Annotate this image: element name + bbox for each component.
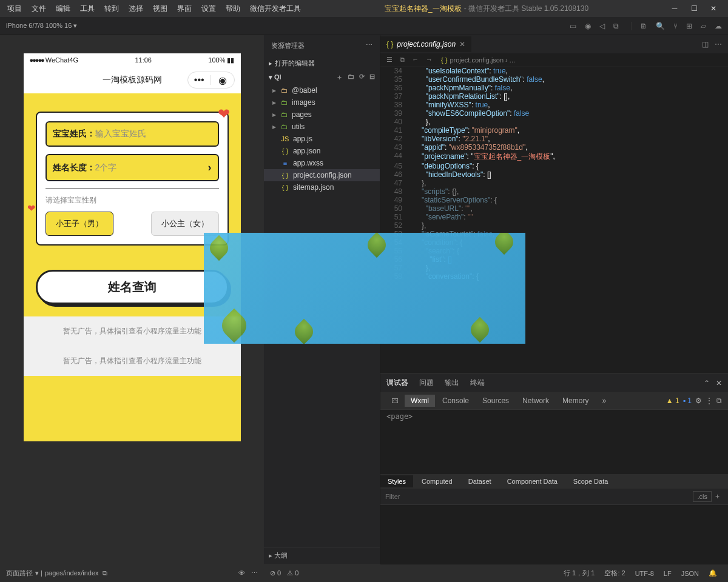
filter-input[interactable] [385, 493, 693, 500]
split-icon[interactable]: ◫ [702, 40, 709, 48]
chevron-up-icon[interactable]: ⌃ [704, 379, 710, 387]
search-icon[interactable]: 🔍 [656, 22, 665, 30]
more-icon[interactable]: ⋯ [245, 569, 258, 577]
dt-tab-输出[interactable]: 输出 [445, 376, 459, 390]
eye-icon[interactable]: 👁 [238, 569, 245, 577]
branch-icon[interactable]: ⑂ [673, 22, 678, 30]
add-icon[interactable]: + [712, 492, 723, 501]
new-file-icon[interactable]: ＋ [336, 73, 343, 82]
window-icon[interactable]: ⧉ [613, 22, 619, 30]
target-icon[interactable]: ◉ [211, 75, 234, 86]
open-editors-header[interactable]: ▸ 打开的编辑器 [264, 56, 380, 70]
nav-back-icon[interactable]: ← [412, 56, 419, 64]
menu-工具[interactable]: 工具 [75, 1, 99, 16]
menu-微信开发者工具[interactable]: 微信开发者工具 [245, 1, 306, 16]
menu-dots-icon[interactable]: ••• [188, 75, 211, 85]
gear-icon[interactable]: ⚙ [695, 396, 702, 405]
cloud-icon[interactable]: ☁ [715, 22, 722, 30]
style-tab-Dataset[interactable]: Dataset [461, 475, 499, 487]
bell-icon[interactable]: 🔔 [704, 569, 722, 577]
mute-icon[interactable]: ◁ [599, 22, 605, 30]
chevron-down-icon: ▾ [269, 73, 272, 81]
gender-hint: 请选择宝宝性别 [46, 195, 219, 206]
menu-帮助[interactable]: 帮助 [221, 1, 245, 16]
status-bar-row: 页面路径▾ | pages/index/index ⧉ 👁 ⋯ ⊘ 0 ⚠ 0 … [0, 564, 728, 582]
file-app.js[interactable]: JSapp.js [264, 133, 380, 145]
inspect-icon[interactable]: ⮹ [386, 395, 403, 407]
style-tab-Scope Data[interactable]: Scope Data [566, 475, 615, 487]
menu-项目[interactable]: 项目 [2, 1, 27, 16]
more-icon[interactable]: ⋯ [366, 41, 372, 50]
phone-icon[interactable]: ▭ [570, 22, 576, 30]
form-card: ❤ ❤ 宝宝姓氏： 输入宝宝姓氏 姓名长度： 2个字 › 请选择宝宝性别 小王子… [36, 112, 229, 246]
menu-界面[interactable]: 界面 [172, 1, 197, 16]
problems-status: ⊘ 0 ⚠ 0 [264, 564, 380, 582]
menu-视图[interactable]: 视图 [148, 1, 172, 16]
editor-tabs: { } project.config.json ✕ ◫ ⋯ [380, 35, 728, 53]
dt-subtab-Console[interactable]: Console [436, 395, 475, 407]
heart-icon: ❤ [218, 105, 232, 120]
more-icon[interactable]: ⋯ [715, 40, 722, 48]
breadcrumb: ☰ ⧉ ← → { } project.config.json › ... [380, 53, 728, 67]
file-images[interactable]: ▸ 🗀images [264, 96, 380, 109]
bookmark-icon[interactable]: ⧉ [400, 56, 405, 64]
menu-文件[interactable]: 文件 [27, 1, 51, 16]
collapse-icon[interactable]: ⊟ [369, 73, 375, 82]
wxml-tree[interactable]: <page> [380, 410, 728, 474]
file-pages[interactable]: ▸ 🗀pages [264, 109, 380, 121]
more-icon[interactable]: » [596, 395, 612, 407]
filter-bar: .cls + [380, 489, 728, 505]
record-icon[interactable]: ◉ [585, 22, 591, 30]
close-icon[interactable]: ✕ [706, 1, 721, 16]
dt-subtab-Network[interactable]: Network [516, 395, 555, 407]
file-utils[interactable]: ▸ 🗀utils [264, 121, 380, 133]
file-app.wxss[interactable]: ≡app.wxss [264, 157, 380, 169]
copy-icon[interactable]: ⧉ [99, 569, 107, 577]
ext-icon[interactable]: ⊞ [686, 22, 692, 30]
menu-选择[interactable]: 选择 [124, 1, 148, 16]
new-folder-icon[interactable]: 🗀 [348, 73, 354, 82]
length-field[interactable]: 姓名长度： 2个字 › [46, 154, 219, 181]
file-@babel[interactable]: ▸ 🗀@babel [264, 84, 380, 96]
devtools-subtabs: ⮹ WxmlConsoleSourcesNetworkMemory»▲ 1▪ 1… [380, 392, 728, 410]
file-app.json[interactable]: { }app.json [264, 145, 380, 157]
surname-field[interactable]: 宝宝姓氏： 输入宝宝姓氏 [46, 121, 219, 147]
list-icon[interactable]: ☰ [386, 56, 393, 64]
debug-icon[interactable]: ▱ [701, 22, 706, 30]
style-tab-Component Data[interactable]: Component Data [500, 475, 565, 487]
project-root-header[interactable]: ▾ QI ＋ 🗀 ⟳ ⊟ [264, 70, 380, 84]
cls-toggle[interactable]: .cls [693, 491, 712, 502]
style-tab-Computed[interactable]: Computed [414, 475, 460, 487]
boy-button[interactable]: 小王子（男） [46, 212, 113, 236]
file-project.config.json[interactable]: { }project.config.json [264, 169, 380, 181]
file-sitemap.json[interactable]: { }sitemap.json [264, 181, 380, 193]
device-selector[interactable]: iPhone 6/7/8 100% 16 ▾ [6, 22, 77, 30]
tab-project-config[interactable]: { } project.config.json ✕ [380, 36, 471, 52]
query-button[interactable]: 姓名查询 [36, 270, 229, 304]
refresh-icon[interactable]: ⟳ [359, 73, 365, 82]
dt-tab-调试器[interactable]: 调试器 [386, 376, 408, 390]
dt-subtab-Wxml[interactable]: Wxml [405, 395, 435, 407]
close-icon[interactable]: ✕ [716, 379, 722, 387]
menu-编辑[interactable]: 编辑 [51, 1, 75, 16]
menu-设置[interactable]: 设置 [197, 1, 221, 16]
capsule-button[interactable]: ••• ◉ [187, 72, 235, 89]
girl-button[interactable]: 小公主（女） [151, 212, 219, 236]
outline-header[interactable]: ▸ 大纲 [264, 547, 380, 564]
title-bar: 项目文件编辑工具转到选择视图界面设置帮助微信开发者工具 宝宝起名神器_一淘模板 … [0, 0, 728, 17]
maximize-icon[interactable]: ☐ [687, 1, 701, 16]
files-icon[interactable]: 🗎 [640, 22, 647, 30]
style-tab-Styles[interactable]: Styles [380, 475, 413, 487]
dt-tab-问题[interactable]: 问题 [419, 376, 434, 390]
dt-subtab-Memory[interactable]: Memory [556, 395, 595, 407]
minimize-icon[interactable]: ─ [667, 1, 682, 16]
close-tab-icon[interactable]: ✕ [459, 40, 465, 48]
menu-转到[interactable]: 转到 [99, 1, 124, 16]
overlay-image [204, 233, 525, 344]
dt-subtab-Sources[interactable]: Sources [476, 395, 515, 407]
dt-tab-终端[interactable]: 终端 [470, 376, 485, 390]
styles-tabs: StylesComputedDatasetComponent DataScope… [380, 474, 728, 489]
page-path[interactable]: pages/index/index [45, 569, 99, 577]
nav-fwd-icon[interactable]: → [426, 56, 433, 64]
chevron-right-icon: › [208, 161, 212, 174]
